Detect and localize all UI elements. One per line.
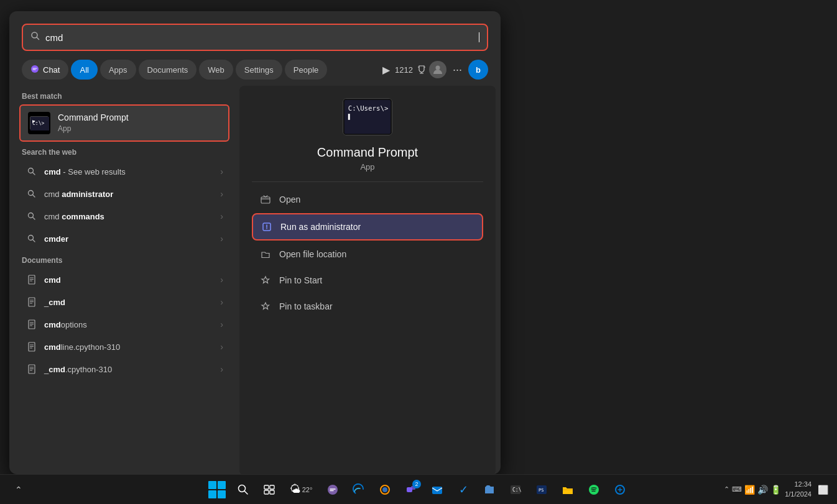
search-web-label: Search the web (19, 148, 229, 157)
tab-documents[interactable]: Documents (139, 60, 197, 80)
trophy-icon (417, 65, 427, 75)
notification-button[interactable]: ⬜ (815, 482, 831, 497)
web-item-text-3: cmder (44, 234, 214, 244)
action-pin-to-start[interactable]: Pin to Start (252, 268, 483, 293)
chat-icon (30, 65, 39, 75)
todo-button[interactable]: ✓ (451, 477, 476, 502)
tab-chat[interactable]: Chat (22, 60, 68, 80)
powershell-button[interactable]: PS (529, 477, 554, 502)
svg-point-2 (31, 65, 39, 73)
edge-button[interactable] (346, 477, 371, 502)
left-panel: Best match C:\> Command Prompt (9, 86, 239, 474)
svg-text:C:\Users\>: C:\Users\> (348, 104, 389, 112)
doc-icon-3 (25, 341, 38, 353)
firefox-button[interactable] (372, 477, 397, 502)
action-open[interactable]: Open (252, 187, 483, 212)
file-explorer-button[interactable] (555, 477, 580, 502)
svg-rect-40 (348, 114, 350, 120)
doc-item-3[interactable]: cmdline.cpython-310 › (19, 336, 229, 358)
taskbar-center: 🌤 22° (205, 477, 632, 502)
web-item-text-1: cmd administrator (44, 190, 214, 199)
text-cursor (479, 32, 479, 42)
svg-text:C:\>: C:\> (32, 121, 44, 126)
svg-text:PS: PS (539, 488, 543, 493)
tab-all[interactable]: All (71, 60, 97, 80)
documents-label: Documents (19, 256, 229, 265)
tab-people[interactable]: People (285, 60, 327, 80)
search-bar[interactable]: cmd (22, 24, 488, 51)
tab-settings[interactable]: Settings (236, 60, 282, 80)
svg-line-12 (33, 195, 35, 198)
svg-line-14 (33, 218, 35, 220)
teams-chat-button[interactable] (320, 477, 345, 502)
svg-rect-41 (261, 197, 270, 203)
volume-icon[interactable]: 🔊 (757, 485, 768, 495)
action-file-location-label: Open file location (279, 249, 346, 259)
search-web-icon-2 (25, 210, 38, 222)
doc-item-1[interactable]: _cmd › (19, 291, 229, 313)
action-run-as-admin[interactable]: Run as administrator (252, 213, 483, 241)
doc-text-3: cmdline.cpython-310 (44, 342, 214, 352)
open-icon (259, 193, 272, 206)
svg-line-1 (37, 37, 39, 40)
taskbar-search-button[interactable] (231, 477, 256, 502)
edge2-button[interactable] (608, 477, 632, 502)
svg-rect-47 (264, 490, 269, 494)
svg-point-51 (382, 487, 387, 492)
action-open-file-location[interactable]: Open file location (252, 242, 483, 267)
cmd-app-icon: C:\> (28, 112, 50, 134)
panel-divider (252, 181, 483, 182)
teams-button[interactable]: 2 (399, 477, 423, 502)
sys-tray: ⌃ ⌨ 📶 🔊 🔋 (724, 485, 781, 495)
doc-text-0: cmd (44, 275, 214, 285)
app-type-left: App (58, 124, 71, 133)
action-pin-taskbar-label: Pin to taskbar (279, 301, 333, 311)
doc-arrow-2: › (220, 319, 223, 329)
svg-rect-45 (264, 485, 269, 489)
network-icon[interactable]: 📶 (744, 485, 755, 495)
search-icon (30, 31, 40, 44)
doc-text-2: cmdoptions (44, 320, 214, 329)
notification-chevron[interactable]: ⌃ (6, 477, 31, 502)
play-icon[interactable]: ▶ (382, 64, 390, 76)
search-web-icon-1 (25, 188, 38, 200)
best-match-item[interactable]: C:\> Command Prompt App (19, 104, 229, 142)
outlook-button[interactable] (425, 477, 450, 502)
svg-line-16 (33, 240, 35, 242)
app-preview-icon: C:\Users\> (343, 98, 392, 135)
tab-apps[interactable]: Apps (100, 60, 136, 80)
system-clock[interactable]: 12:34 1/1/2024 (785, 480, 812, 499)
paint-or-todo-button[interactable] (477, 477, 502, 502)
doc-item-0[interactable]: cmd › (19, 268, 229, 291)
right-panel: C:\Users\> Command Prompt App (239, 86, 496, 474)
web-item-2[interactable]: cmd commands › (19, 205, 229, 227)
tab-web[interactable]: Web (199, 60, 233, 80)
doc-item-4[interactable]: _cmd.cpython-310 › (19, 358, 229, 380)
start-menu: cmd Chat All Apps Documents (9, 11, 501, 474)
file-location-icon (259, 248, 272, 260)
user-avatar[interactable] (429, 61, 446, 78)
web-item-1[interactable]: cmd administrator › (19, 183, 229, 205)
doc-item-2[interactable]: cmdoptions › (19, 313, 229, 336)
web-item-arrow-1: › (220, 189, 223, 199)
start-button[interactable] (205, 477, 229, 502)
svg-line-10 (33, 173, 35, 175)
content-area: Best match C:\> Command Prompt (9, 86, 501, 474)
taskview-button[interactable] (257, 477, 282, 502)
filter-tabs: Chat All Apps Documents Web Settings Peo… (9, 57, 501, 86)
best-match-label: Best match (19, 92, 229, 101)
search-bar-wrapper: cmd (9, 11, 501, 57)
taskbar-left: ⌃ (6, 477, 31, 502)
bing-button[interactable]: b (468, 60, 488, 80)
web-item-3[interactable]: cmder › (19, 227, 229, 250)
action-pin-to-taskbar[interactable]: Pin to taskbar (252, 294, 483, 319)
web-item-0[interactable]: cmd - See web results › (19, 160, 229, 183)
weather-icon[interactable]: 🌤 22° (283, 477, 319, 502)
chevron-up-tray[interactable]: ⌃ (724, 485, 729, 493)
more-options-icon[interactable]: ··· (449, 63, 466, 76)
doc-text-1: _cmd (44, 298, 214, 307)
teams-badge: 2 (412, 480, 421, 488)
spotify-button[interactable] (581, 477, 606, 502)
documents-section: Documents cmd › (19, 256, 229, 380)
terminal-button[interactable]: C:\ (503, 477, 528, 502)
